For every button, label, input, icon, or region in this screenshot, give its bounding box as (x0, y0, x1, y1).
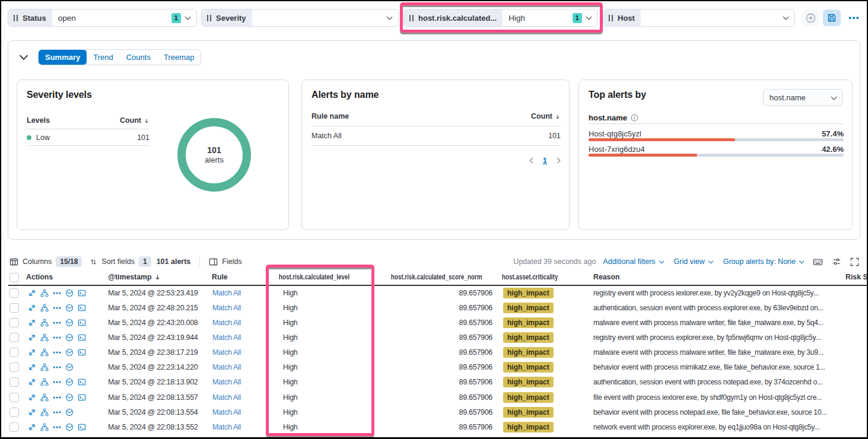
row-checkbox[interactable] (9, 393, 19, 402)
analyzer-icon[interactable] (40, 289, 49, 297)
cell-rule-link[interactable]: Match All (212, 301, 241, 316)
more-actions-icon[interactable] (53, 393, 61, 402)
expand-icon[interactable] (28, 289, 36, 297)
session-view-icon[interactable] (65, 348, 74, 357)
col-count[interactable]: Count (531, 112, 561, 120)
col-rule[interactable]: Rule (212, 270, 228, 285)
more-actions-icon[interactable] (53, 348, 61, 357)
row-checkbox[interactable] (9, 318, 19, 327)
more-actions-icon[interactable] (53, 378, 61, 386)
expand-icon[interactable] (28, 408, 36, 416)
analyzer-icon[interactable] (40, 304, 49, 312)
analyzer-icon[interactable] (40, 423, 49, 431)
analyzer-icon[interactable] (40, 348, 49, 357)
session-view-icon[interactable] (65, 363, 74, 371)
row-checkbox[interactable] (9, 377, 19, 387)
row-checkbox[interactable] (9, 333, 19, 342)
sort-fields-label[interactable]: Sort fields (101, 257, 135, 266)
columns-label[interactable]: Columns (23, 257, 52, 266)
session-view-icon[interactable] (65, 393, 74, 402)
cell-rule-link[interactable]: Match All (212, 405, 241, 420)
prev-page-icon[interactable] (529, 158, 535, 164)
col-criticality[interactable]: host.asset.criticality (502, 270, 572, 285)
terminal-icon[interactable] (78, 319, 86, 327)
filter-status[interactable]: Status open 1 (8, 9, 197, 27)
session-view-icon[interactable] (65, 319, 74, 327)
more-actions-icon[interactable] (53, 363, 61, 371)
analyzer-icon[interactable] (40, 408, 49, 416)
fullscreen-icon[interactable] (850, 257, 859, 266)
session-view-icon[interactable] (65, 333, 74, 342)
tab-counts[interactable]: Counts (120, 50, 157, 65)
analyzer-icon[interactable] (40, 363, 49, 371)
expand-icon[interactable] (28, 378, 36, 386)
tab-summary[interactable]: Summary (39, 50, 87, 65)
analyzer-icon[interactable] (40, 378, 49, 386)
col-reason[interactable]: Reason (593, 270, 619, 285)
more-actions-icon[interactable] (53, 289, 61, 297)
more-actions-icon[interactable] (53, 304, 61, 312)
expand-icon[interactable] (28, 319, 36, 327)
col-risk[interactable]: Risk Score (845, 270, 868, 285)
session-view-icon[interactable] (65, 289, 74, 297)
terminal-icon[interactable] (78, 289, 86, 297)
terminal-icon[interactable] (78, 348, 86, 357)
cell-rule-link[interactable]: Match All (212, 330, 241, 345)
cell-rule-link[interactable]: Match All (212, 360, 241, 375)
row-checkbox[interactable] (9, 303, 19, 313)
expand-icon[interactable] (28, 363, 36, 371)
filter-host-risk-level[interactable]: host.risk.calculated... High 1 (403, 9, 598, 27)
expand-icon[interactable] (28, 393, 36, 402)
cell-rule-link[interactable]: Match All (212, 345, 241, 360)
expand-icon[interactable] (28, 333, 36, 342)
row-checkbox[interactable] (9, 288, 19, 298)
row-checkbox[interactable] (9, 422, 19, 432)
col-risk-score[interactable]: host.risk.calculated_score_norm (391, 270, 505, 285)
more-options-icon[interactable] (846, 13, 861, 23)
group-alerts-button[interactable]: Group alerts by: None (723, 257, 803, 266)
expand-icon[interactable] (28, 348, 36, 357)
filter-severity[interactable]: Severity (201, 9, 399, 27)
terminal-icon[interactable] (78, 393, 86, 402)
analyzer-icon[interactable] (40, 393, 49, 402)
keyboard-shortcuts-icon[interactable] (813, 257, 823, 267)
col-count[interactable]: Count (120, 116, 150, 125)
session-view-icon[interactable] (65, 423, 74, 431)
select-all-checkbox[interactable] (9, 273, 19, 282)
next-page-icon[interactable] (555, 158, 561, 164)
top-alerts-field-select[interactable]: host.name (763, 89, 842, 106)
terminal-icon[interactable] (78, 378, 86, 386)
more-actions-icon[interactable] (53, 423, 61, 431)
cell-rule-link[interactable]: Match All (212, 316, 241, 330)
filter-host[interactable]: Host (603, 9, 795, 27)
save-query-button[interactable] (823, 9, 841, 26)
more-actions-icon[interactable] (53, 408, 61, 416)
session-view-icon[interactable] (65, 378, 74, 386)
terminal-icon[interactable] (78, 304, 86, 312)
cell-rule-link[interactable]: Match All (212, 390, 241, 405)
page-1-link[interactable]: 1 (543, 156, 547, 165)
terminal-icon[interactable] (78, 333, 86, 342)
cell-rule-link[interactable]: Match All (212, 286, 241, 301)
cell-rule-link[interactable]: Match All (212, 375, 241, 390)
row-checkbox[interactable] (9, 348, 19, 357)
cell-rule-link[interactable]: Match All (212, 420, 241, 435)
session-view-icon[interactable] (65, 304, 74, 312)
additional-filters-button[interactable]: Additional filters (603, 257, 663, 266)
analyzer-icon[interactable] (40, 319, 49, 327)
more-actions-icon[interactable] (53, 319, 61, 327)
tab-treemap[interactable]: Treemap (157, 50, 201, 65)
add-filter-button[interactable] (802, 9, 819, 26)
col-risk-level[interactable]: host.risk.calculated_level (279, 270, 367, 285)
row-checkbox[interactable] (9, 408, 19, 417)
fields-label[interactable]: Fields (222, 257, 241, 266)
display-options-icon[interactable] (832, 257, 841, 266)
analyzer-icon[interactable] (40, 333, 49, 342)
row-checkbox[interactable] (9, 362, 19, 372)
tab-trend[interactable]: Trend (87, 50, 119, 65)
session-view-icon[interactable] (65, 408, 74, 416)
expand-icon[interactable] (28, 304, 36, 312)
grid-view-button[interactable]: Grid view (674, 257, 713, 266)
terminal-icon[interactable] (78, 423, 86, 431)
expand-icon[interactable] (28, 423, 36, 431)
